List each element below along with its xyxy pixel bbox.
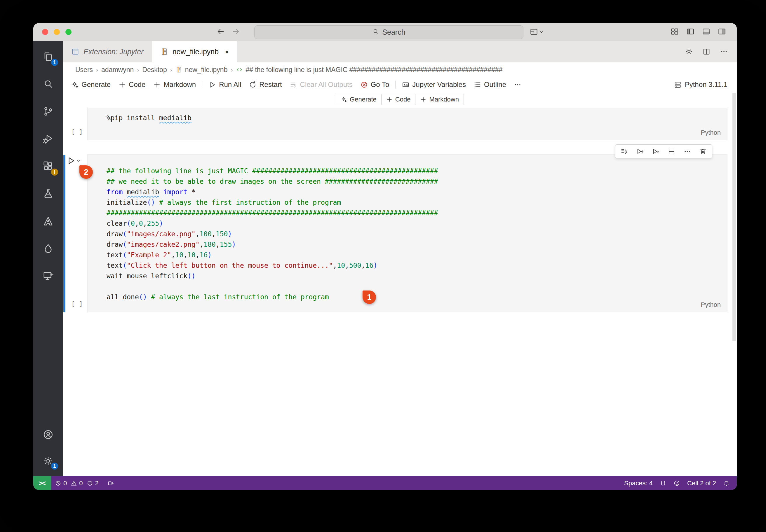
- status-feedback[interactable]: [670, 480, 684, 487]
- activity-explorer[interactable]: 1: [33, 43, 63, 70]
- toolbar-restart-button[interactable]: Restart: [245, 79, 286, 90]
- ellipsis-icon: [683, 148, 691, 155]
- toolbar-jupyter-variables-button[interactable]: Jupyter Variables: [398, 79, 470, 90]
- search-icon: [372, 28, 379, 35]
- plus-icon: [153, 81, 161, 89]
- scrollbar[interactable]: [732, 92, 736, 476]
- scrollbar-thumb[interactable]: [732, 93, 736, 341]
- breadcrumb-item-1[interactable]: adamwynn: [101, 66, 134, 74]
- cell-action-split-cell-button[interactable]: [668, 148, 676, 155]
- notebook-cell-2[interactable]: [ ] ## the following line is just MAGIC …: [87, 154, 727, 312]
- code-line[interactable]: from medialib import *: [106, 187, 727, 197]
- kernel-picker[interactable]: Python 3.11.1: [674, 81, 733, 89]
- status-notifications[interactable]: [720, 480, 733, 487]
- cell-action-trash-button[interactable]: [699, 148, 707, 155]
- toolbar-generate-button[interactable]: Generate: [67, 79, 114, 90]
- debug-status[interactable]: [104, 476, 117, 490]
- toolbar-clear-all-outputs-button[interactable]: Clear All Outputs: [286, 79, 356, 90]
- cell-action-run-down-button[interactable]: [652, 148, 660, 155]
- cell-1-code[interactable]: %pip install medialib: [87, 108, 727, 123]
- stage-manager-button[interactable]: [670, 27, 679, 36]
- stage-icon: [670, 27, 679, 36]
- activity-accounts[interactable]: [33, 421, 63, 448]
- toolbar-more-button[interactable]: [510, 79, 525, 90]
- toolbar-go-to-button[interactable]: Go To: [356, 79, 393, 90]
- code-line[interactable]: text("Click the left button on the mouse…: [106, 260, 727, 271]
- cell-language-picker[interactable]: Python: [701, 129, 721, 137]
- notebook-icon: [175, 66, 182, 73]
- status-indentation[interactable]: Spaces: 4: [621, 479, 656, 487]
- close-button[interactable]: [42, 29, 48, 35]
- forward-button[interactable]: [232, 27, 240, 37]
- cell-action-run-up-button[interactable]: [636, 148, 644, 155]
- toggle-sidebar-right-button[interactable]: [718, 27, 726, 36]
- back-button[interactable]: [217, 27, 225, 37]
- remote-indicator[interactable]: ><: [33, 476, 51, 490]
- tab-extension-jupyter[interactable]: Extension: Jupyter: [63, 41, 152, 62]
- problems-indicator[interactable]: 002: [51, 476, 104, 490]
- code-line[interactable]: ## the following line is just MAGIC ####…: [106, 166, 727, 176]
- code-line[interactable]: clear(0,0,255): [106, 218, 727, 229]
- status-format[interactable]: [656, 480, 670, 487]
- activity-settings[interactable]: 1: [33, 448, 63, 474]
- breadcrumb-separator: ›: [231, 66, 233, 73]
- activity-search[interactable]: [33, 70, 63, 98]
- activity-azure[interactable]: [33, 207, 63, 235]
- code-line[interactable]: text("Example 2",10,10,16): [106, 250, 727, 260]
- cell-action-run-list-button[interactable]: [620, 148, 628, 155]
- run-cell-button[interactable]: [67, 156, 81, 167]
- gear-icon: [685, 48, 693, 56]
- toggle-sidebar-left-button[interactable]: [686, 27, 695, 36]
- activity-extension-tool[interactable]: [33, 235, 63, 262]
- customize-layout-button[interactable]: [529, 27, 544, 37]
- code-line[interactable]: ## we need it to be able to draw images …: [106, 176, 727, 187]
- cell-action-ellipsis-button[interactable]: [683, 148, 691, 155]
- breadcrumb-item-3[interactable]: new_file.ipynb: [175, 66, 228, 74]
- insert-generate-button[interactable]: Generate: [336, 94, 382, 105]
- insert-markdown-button[interactable]: Markdown: [415, 94, 464, 105]
- cell-2-code[interactable]: ## the following line is just MAGIC ####…: [87, 155, 727, 302]
- code-line[interactable]: all_done() # always the last instruction…: [106, 292, 727, 302]
- cell-language-picker[interactable]: Python: [701, 301, 721, 309]
- split-editor-icon: [702, 48, 711, 56]
- error-icon: [55, 480, 61, 487]
- toolbar-label: Jupyter Variables: [412, 81, 466, 89]
- code-line[interactable]: [106, 281, 727, 292]
- activity-testing[interactable]: [33, 180, 63, 207]
- toolbar-code-button[interactable]: Code: [114, 79, 149, 90]
- tab-action-split-editor-button[interactable]: [702, 48, 711, 56]
- status-label: Spaces: 4: [624, 479, 653, 487]
- activity-extensions[interactable]: !: [33, 153, 63, 180]
- error-count: 0: [63, 479, 67, 487]
- code-line[interactable]: %pip install medialib: [106, 113, 727, 123]
- code-line[interactable]: draw("images/cake2.png",180,155): [106, 239, 727, 250]
- toolbar-run-all-button[interactable]: Run All: [205, 79, 245, 90]
- toolbar-markdown-button[interactable]: Markdown: [149, 79, 200, 90]
- status-cell-position[interactable]: Cell 2 of 2: [684, 479, 720, 487]
- activity-remote-explorer[interactable]: [33, 262, 63, 290]
- tab-action-more-actions-button[interactable]: [720, 48, 728, 56]
- activity-source-control[interactable]: [33, 98, 63, 125]
- activity-run-and-debug[interactable]: [33, 125, 63, 153]
- toolbar-outline-button[interactable]: Outline: [470, 79, 510, 90]
- code-line[interactable]: draw("images/cake.png",100,150): [106, 229, 727, 239]
- chevron-down-icon: [538, 29, 544, 35]
- toggle-panel-button[interactable]: [702, 27, 711, 36]
- breadcrumb-item-2[interactable]: Desktop: [142, 66, 167, 74]
- breadcrumb-item-0[interactable]: Users: [75, 66, 93, 74]
- tab-new-file-ipynb[interactable]: new_file.ipynb●: [152, 41, 237, 62]
- notebook-cell-1[interactable]: [ ] %pip install medialib Python: [87, 108, 727, 140]
- search-input[interactable]: Search: [254, 25, 523, 39]
- tab-action-configure-button[interactable]: [685, 48, 693, 56]
- variables-icon: [402, 81, 410, 89]
- breadcrumb-item-4[interactable]: ## the following line is just MAGIC ####…: [236, 66, 502, 74]
- code-line[interactable]: ########################################…: [106, 208, 727, 218]
- insert-code-button[interactable]: Code: [381, 94, 416, 105]
- minimize-button[interactable]: [54, 29, 60, 35]
- code-line[interactable]: initialize() # always the first instruct…: [106, 197, 727, 208]
- info-count: 2: [95, 479, 99, 487]
- code-line[interactable]: wait_mouse_leftclick(): [106, 271, 727, 281]
- grid-tab-icon: [71, 48, 79, 56]
- split-cell-icon: [668, 148, 676, 155]
- zoom-button[interactable]: [65, 29, 71, 35]
